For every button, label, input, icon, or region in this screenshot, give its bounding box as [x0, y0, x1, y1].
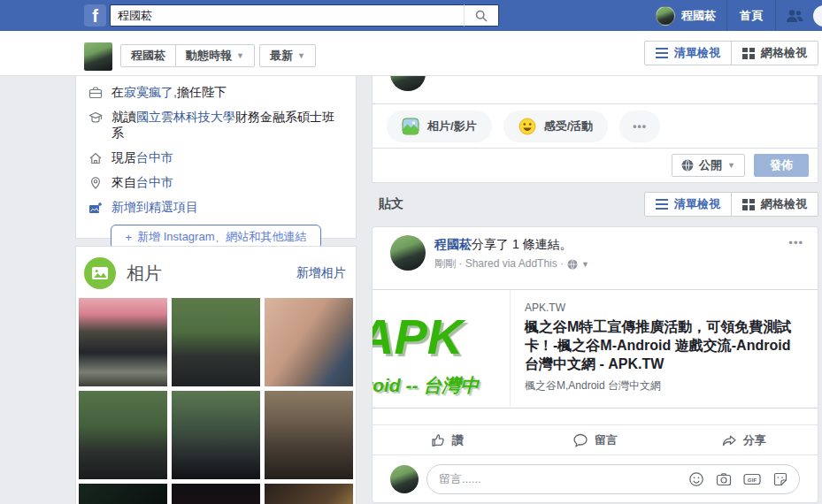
- composer-more-button[interactable]: •••: [619, 111, 660, 142]
- photo-thumbnail[interactable]: [265, 391, 353, 479]
- navbar-home-link[interactable]: 首頁: [727, 8, 775, 24]
- photo-thumbnail[interactable]: [265, 298, 353, 386]
- photo-thumbnail[interactable]: [79, 298, 167, 386]
- emoji-icon[interactable]: [688, 471, 704, 487]
- location-pin-icon: [88, 176, 103, 190]
- link-thumbnail: APK roid -- 台灣中: [373, 290, 511, 408]
- navbar-profile-link[interactable]: 程國菘: [681, 8, 716, 24]
- intro-link[interactable]: 寂寞瘋了,: [124, 85, 177, 99]
- share-button[interactable]: 分享: [669, 425, 818, 454]
- friend-requests-button[interactable]: [776, 0, 813, 31]
- sticker-icon[interactable]: [772, 471, 788, 487]
- chevron-down-icon: ▼: [297, 51, 305, 60]
- photo-thumbnail[interactable]: [172, 391, 260, 479]
- grid-view-icon: [742, 48, 755, 59]
- publish-button[interactable]: 發佈: [754, 154, 809, 177]
- smiley-icon: [519, 118, 536, 135]
- photo-video-button[interactable]: 相片/影片: [387, 111, 492, 142]
- composer-card: 相片/影片 感受/活動 ••• 公開 ▼ 發佈: [372, 75, 818, 183]
- photo-video-label: 相片/影片: [427, 118, 477, 134]
- globe-icon: [567, 259, 578, 270]
- intro-text: 就讀國立雲林科技大學財務金融系碩士班系: [111, 110, 343, 141]
- comment-input-icons: GIF: [688, 471, 788, 487]
- gif-icon[interactable]: GIF: [743, 471, 761, 487]
- link-title[interactable]: 楓之谷M特工宣傳推廣活動，可領免費測試卡！-楓之谷M-Android 遊戲交流-…: [525, 317, 803, 373]
- facebook-logo-icon[interactable]: f: [84, 4, 106, 27]
- post-menu-button[interactable]: •••: [788, 236, 803, 249]
- grid-view-icon: [742, 199, 755, 210]
- comment-bubble-icon: [572, 432, 588, 448]
- list-view-button[interactable]: 清單檢視: [645, 42, 731, 65]
- chevron-down-icon[interactable]: ▼: [581, 260, 589, 269]
- post-author-link[interactable]: 程國菘: [434, 237, 472, 251]
- share-label: 分享: [743, 432, 766, 448]
- intro-prefix: 在: [111, 85, 124, 99]
- post-header-text: 程國菘分享了 1 條連結。 剛剛 · Shared via AddThis · …: [434, 235, 589, 271]
- timeline-view-toggle: 清單檢視 網格檢視: [644, 41, 818, 65]
- profile-toolbar: 程國菘 動態時報 ▼ 最新 ▼ 清單檢視 網格檢視: [0, 31, 822, 76]
- posts-grid-view-label: 網格檢視: [761, 196, 807, 212]
- composer-attach-row: 相片/影片 感受/活動 •••: [387, 111, 660, 142]
- tab-timeline[interactable]: 動態時報 ▼: [175, 45, 254, 66]
- grid-view-label: 網格檢視: [761, 45, 807, 61]
- messages-button[interactable]: [813, 5, 822, 27]
- intro-link[interactable]: 台中市: [136, 150, 173, 164]
- grid-view-button[interactable]: 網格檢視: [731, 42, 818, 65]
- search-input[interactable]: [110, 4, 464, 27]
- apk-logo-text: APK: [373, 308, 463, 365]
- intro-prefix: 來自: [111, 175, 136, 189]
- globe-icon: [681, 159, 694, 172]
- privacy-selector[interactable]: 公開 ▼: [672, 154, 745, 177]
- divider: [373, 103, 818, 104]
- list-view-icon: [656, 48, 668, 58]
- tab-profile-name-label: 程國菘: [131, 48, 165, 64]
- photos-card: 相片 新增相片: [75, 246, 357, 504]
- posts-list-view-button[interactable]: 清單檢視: [645, 193, 731, 216]
- photos-title: 相片: [127, 262, 296, 286]
- intro-item-hometown: 來自台中市: [88, 175, 343, 191]
- search-button[interactable]: [464, 4, 499, 27]
- search-icon: [475, 10, 488, 22]
- graduation-cap-icon: [88, 111, 103, 125]
- photo-thumbnail[interactable]: [79, 391, 167, 479]
- like-button[interactable]: 讚: [373, 425, 521, 454]
- intro-link[interactable]: 台中市: [136, 175, 173, 189]
- post-author-avatar[interactable]: [390, 235, 426, 271]
- sort-latest-button[interactable]: 最新 ▼: [260, 45, 315, 66]
- photo-thumbnail[interactable]: [265, 484, 353, 504]
- intro-suffix: 擔任陛下: [177, 85, 227, 99]
- friends-icon: [785, 9, 804, 23]
- photos-grid: [79, 298, 353, 504]
- link-description: 楓之谷M,Android 台灣中文網: [525, 378, 803, 393]
- intro-link[interactable]: 國立雲林科技大學: [136, 110, 235, 124]
- intro-text: 來自台中市: [111, 175, 173, 191]
- briefcase-icon: [88, 86, 103, 100]
- photo-thumbnail[interactable]: [79, 484, 167, 504]
- apk-logo-subtext: roid -- 台灣中: [373, 373, 479, 398]
- camera-icon[interactable]: [716, 471, 732, 487]
- add-links-label: 新增 Instagram、網站和其他連結: [137, 229, 306, 245]
- post-timestamp[interactable]: 剛剛 · Shared via AddThis ·: [434, 256, 564, 271]
- intro-prefix: 就讀: [111, 110, 136, 124]
- feeling-activity-label: 感受/活動: [544, 118, 594, 134]
- photo-thumbnail[interactable]: [172, 298, 260, 386]
- list-view-label: 清單檢視: [674, 45, 720, 61]
- navbar-avatar[interactable]: [656, 6, 675, 26]
- add-photos-link[interactable]: 新增相片: [296, 265, 346, 281]
- intro-card: 在寂寞瘋了,擔任陛下 就讀國立雲林科技大學財務金融系碩士班系 現居台中市: [75, 75, 357, 239]
- composer-avatar: [390, 75, 426, 91]
- sort-group: 最新 ▼: [259, 44, 316, 67]
- toolbar-avatar[interactable]: [84, 42, 112, 71]
- page-body: 在寂寞瘋了,擔任陛下 就讀國立雲林科技大學財務金融系碩士班系 現居台中市: [0, 76, 822, 504]
- link-attachment-body: APK.TW 楓之谷M特工宣傳推廣活動，可領免費測試卡！-楓之谷M-Androi…: [511, 290, 818, 408]
- photo-thumbnail[interactable]: [172, 484, 260, 504]
- feeling-activity-button[interactable]: 感受/活動: [503, 111, 609, 142]
- tab-profile-name[interactable]: 程國菘: [121, 45, 175, 66]
- add-featured-link[interactable]: 新增到精選項目: [111, 200, 198, 216]
- link-attachment[interactable]: APK roid -- 台灣中 APK.TW 楓之谷M特工宣傳推廣活動，可領免費…: [373, 289, 818, 409]
- posts-section-title: 貼文: [372, 196, 403, 212]
- comment-avatar: [390, 465, 419, 493]
- privacy-label: 公開: [699, 157, 722, 173]
- posts-grid-view-button[interactable]: 網格檢視: [731, 193, 818, 216]
- comment-button[interactable]: 留言: [521, 425, 670, 454]
